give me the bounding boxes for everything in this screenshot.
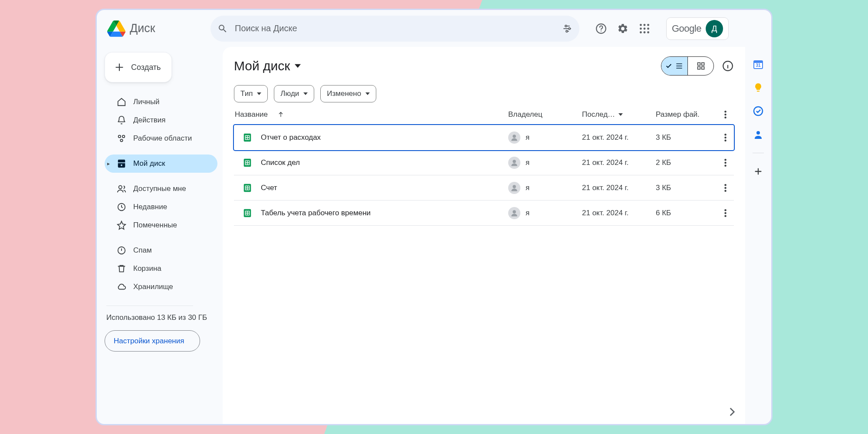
chip-people[interactable]: Люди (274, 85, 314, 102)
svg-point-13 (647, 31, 649, 33)
col-name-header[interactable]: Название (234, 110, 508, 119)
svg-point-9 (644, 27, 646, 30)
row-more-button[interactable] (717, 209, 734, 217)
rail-divider (753, 153, 764, 153)
modified-date: 21 окт. 2024 г. (582, 209, 656, 217)
drive-logo-icon (107, 20, 125, 37)
search-input[interactable] (235, 23, 555, 33)
svg-point-50 (724, 212, 727, 214)
file-list: Отчет о расходахя21 окт. 2024 г.3 КБСпис… (234, 125, 734, 226)
trash-icon (117, 264, 126, 273)
sidebar-item-storage[interactable]: Хранилище (105, 278, 217, 296)
table-row[interactable]: Счетя21 окт. 2024 г.3 КБ (234, 175, 734, 201)
sidebar-item-home[interactable]: Личный (105, 93, 217, 111)
file-name: Счет (261, 184, 277, 192)
clock-icon (117, 202, 126, 212)
file-size: 6 КБ (656, 209, 717, 217)
caret-down-icon (295, 63, 301, 69)
svg-point-2 (566, 30, 568, 32)
svg-point-12 (644, 31, 646, 33)
collapse-sidepanel-button[interactable] (724, 404, 740, 420)
col-owner-header[interactable]: Владелец (508, 110, 582, 119)
list-icon (675, 62, 684, 70)
sidebar-item-shared[interactable]: Доступные мне (105, 180, 217, 198)
col-modified-header[interactable]: Послед… (582, 110, 656, 119)
svg-point-10 (647, 27, 649, 30)
table-row[interactable]: Список деля21 окт. 2024 г.2 КБ (234, 150, 734, 175)
calendar-app-icon[interactable]: 31 (753, 59, 763, 69)
page-title[interactable]: Мой диск (234, 59, 301, 73)
account-chip[interactable]: Google Д (666, 17, 729, 40)
file-size: 3 КБ (656, 133, 717, 142)
sidebar-item-trash[interactable]: Корзина (105, 260, 217, 278)
bell-icon (117, 115, 126, 125)
svg-point-1 (569, 28, 570, 30)
svg-point-31 (724, 134, 727, 136)
settings-icon[interactable] (617, 23, 629, 35)
sidebar-item-workspaces[interactable]: Рабочие области (105, 129, 217, 148)
search-bar[interactable] (210, 16, 579, 42)
svg-point-39 (724, 164, 727, 167)
grid-view-button[interactable] (687, 57, 713, 75)
svg-point-38 (724, 161, 727, 164)
search-icon (217, 23, 228, 34)
col-more-header[interactable] (717, 111, 734, 118)
sidebar-item-activity[interactable]: Действия (105, 111, 217, 129)
sidebar-item-starred[interactable]: Помеченные (105, 216, 217, 234)
caret-down-icon (257, 92, 261, 95)
divider (106, 306, 193, 306)
table-row[interactable]: Отчет о расходахя21 окт. 2024 г.3 КБ (234, 125, 734, 150)
tasks-app-icon[interactable] (753, 106, 763, 116)
svg-point-26 (724, 114, 727, 116)
sheets-file-icon (243, 183, 252, 193)
owner-avatar-icon (508, 157, 520, 169)
create-button[interactable]: Создать (105, 52, 172, 82)
svg-point-32 (724, 136, 727, 138)
owner-label: я (526, 209, 529, 217)
info-icon[interactable] (722, 60, 734, 72)
row-more-button[interactable] (717, 184, 734, 192)
row-more-button[interactable] (717, 134, 734, 141)
caret-down-icon (618, 113, 623, 116)
list-view-button[interactable] (661, 57, 687, 75)
svg-point-25 (724, 111, 727, 113)
spam-icon (117, 246, 126, 255)
col-size-header[interactable]: Размер фай. (656, 110, 717, 119)
expand-icon[interactable]: ▸ (107, 161, 110, 167)
main-panel: Мой диск (223, 47, 745, 424)
svg-point-37 (724, 159, 727, 161)
svg-point-49 (724, 209, 727, 211)
filter-icon[interactable] (562, 23, 572, 34)
chip-modified[interactable]: Изменено (320, 85, 376, 102)
app-logo[interactable]: Диск (107, 20, 203, 37)
sheets-file-icon (243, 158, 252, 168)
svg-rect-21 (701, 63, 704, 66)
help-icon[interactable] (595, 23, 607, 35)
sheets-file-icon (243, 133, 252, 142)
table-row[interactable]: Табель учета рабочего времения21 окт. 20… (234, 201, 734, 226)
row-more-button[interactable] (717, 159, 734, 167)
chip-type[interactable]: Тип (234, 85, 268, 102)
owner-label: я (526, 158, 529, 167)
svg-point-44 (724, 187, 727, 189)
sidebar-item-spam[interactable]: Спам (105, 241, 217, 260)
app-window: Диск Google Д Создать Личный (95, 9, 773, 425)
star-icon (117, 220, 126, 230)
sidebar-item-recent[interactable]: Недавние (105, 198, 217, 216)
addons-button[interactable] (753, 166, 763, 177)
sidebar-item-my-drive[interactable]: ▸ Мой диск (105, 155, 217, 173)
filter-chips: Тип Люди Изменено (234, 85, 734, 102)
app-name: Диск (130, 22, 155, 35)
storage-usage-text: Использовано 13 КБ из 30 ГБ (105, 312, 217, 323)
svg-point-11 (640, 31, 642, 33)
body: Создать Личный Действия Рабочие области … (97, 47, 771, 424)
storage-settings-button[interactable]: Настройки хранения (105, 330, 200, 352)
svg-point-51 (724, 215, 727, 217)
owner-avatar-icon (508, 132, 520, 144)
contacts-app-icon[interactable] (753, 129, 763, 140)
svg-point-5 (640, 24, 642, 26)
svg-point-16 (120, 139, 123, 142)
apps-icon[interactable] (638, 23, 651, 35)
svg-point-0 (565, 25, 567, 27)
keep-app-icon[interactable] (753, 82, 763, 93)
